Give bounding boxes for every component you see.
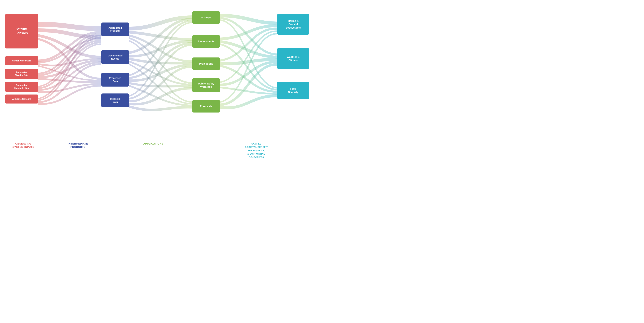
- auto-fixed-node: AutomatedFixed In Situ: [5, 69, 38, 79]
- flow-svg: [0, 3, 322, 138]
- column-labels: OBSERVINGSYSTEM INPUTS INTERMEDIATEPRODU…: [0, 142, 322, 159]
- airborne-sensors-node: Airborne Sensors: [5, 94, 38, 103]
- aggregated-products-node: AggregatedProducts: [101, 22, 129, 36]
- public-safety-warnings-node: Public SafetyWarnings: [192, 78, 220, 92]
- modeled-data-node: ModeledData: [101, 93, 129, 107]
- weather-climate-node: Weather &Climate: [277, 48, 309, 69]
- auto-mobile-node: AutomatedMobile In Situ: [5, 82, 38, 92]
- projections-node: Projections: [192, 57, 220, 70]
- human-observers-node: Human Observers: [5, 56, 38, 65]
- col3-label: APPLICATIONS: [112, 142, 194, 146]
- forecasts-node: Forecasts: [192, 100, 220, 112]
- satellite-sensors-node: SatelliteSensors: [5, 14, 38, 48]
- surveys-node: Surveys: [192, 11, 220, 24]
- documented-events-node: DocumentedEvents: [101, 50, 129, 64]
- col4-label: SAMPLESOCIETAL BENEFITAREAS (SBA'S)& SUP…: [194, 142, 319, 159]
- col1-label: OBSERVINGSYSTEM INPUTS: [4, 142, 43, 149]
- marine-coastal-node: Marine &CoastalEcosystems: [277, 14, 309, 35]
- processed-data-node: ProcessedData: [101, 73, 129, 86]
- diagram-container: SatelliteSensors Human Observers Automat…: [0, 3, 322, 138]
- assessments-node: Assessments: [192, 35, 220, 48]
- col2-label: INTERMEDIATEPRODUCTS: [43, 142, 112, 149]
- food-security-node: FoodSecurity: [277, 82, 309, 99]
